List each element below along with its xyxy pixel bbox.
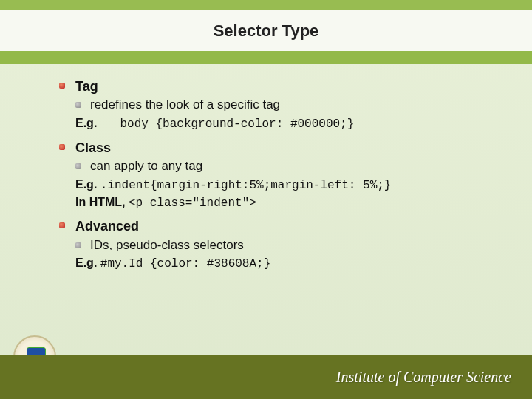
bullet-icon xyxy=(59,144,65,150)
bullet-icon xyxy=(75,102,81,108)
section-heading: Class xyxy=(75,139,111,157)
section-inhtml: In HTML, <p class="indent"> xyxy=(75,194,502,212)
eg-code: body {background-color: #000000;} xyxy=(120,117,354,131)
section-sub-text: can apply to any tag xyxy=(90,158,202,175)
section-sub: redefines the look of a specific tag xyxy=(75,97,502,114)
bullet-icon xyxy=(59,83,65,89)
footer-institute: Institute of Computer Science xyxy=(336,369,511,386)
bullet-icon xyxy=(75,242,81,248)
page-title: Selector Type xyxy=(214,21,319,41)
section-tag: Tag xyxy=(59,78,502,95)
bullet-icon xyxy=(75,163,81,169)
slide-content: Tag redefines the look of a specific tag… xyxy=(59,78,502,279)
eg-label: E.g. xyxy=(75,178,97,191)
eg-code: #my.Id {color: #38608A;} xyxy=(100,257,270,270)
inhtml-code: <p class="indent"> xyxy=(129,197,256,210)
section-sub: IDs, pseudo-class selectors xyxy=(75,237,502,254)
section-sub: can apply to any tag xyxy=(75,158,502,175)
section-example: E.g. body {background-color: #000000;} xyxy=(75,115,502,133)
section-example: E.g. .indent{margin-right:5%;margin-left… xyxy=(75,177,502,194)
section-example: E.g. #my.Id {color: #38608A;} xyxy=(75,255,502,273)
top-green-band xyxy=(0,0,532,10)
eg-code: .indent{margin-right:5%;margin-left: 5%;… xyxy=(100,179,392,192)
bullet-icon xyxy=(59,222,65,228)
section-heading: Advanced xyxy=(75,217,139,235)
eg-label: E.g. xyxy=(75,117,97,129)
title-band: Selector Type xyxy=(0,10,532,51)
section-advanced: Advanced xyxy=(59,217,502,235)
green-band xyxy=(0,51,532,64)
section-class: Class xyxy=(59,139,502,157)
section-sub-text: IDs, pseudo-class selectors xyxy=(90,237,244,254)
section-heading: Tag xyxy=(75,78,98,95)
eg-label: E.g. xyxy=(75,256,97,269)
inhtml-label: In HTML, xyxy=(75,196,126,208)
section-sub-text: redefines the look of a specific tag xyxy=(90,97,280,114)
footer-bar: Institute of Computer Science xyxy=(0,355,532,399)
